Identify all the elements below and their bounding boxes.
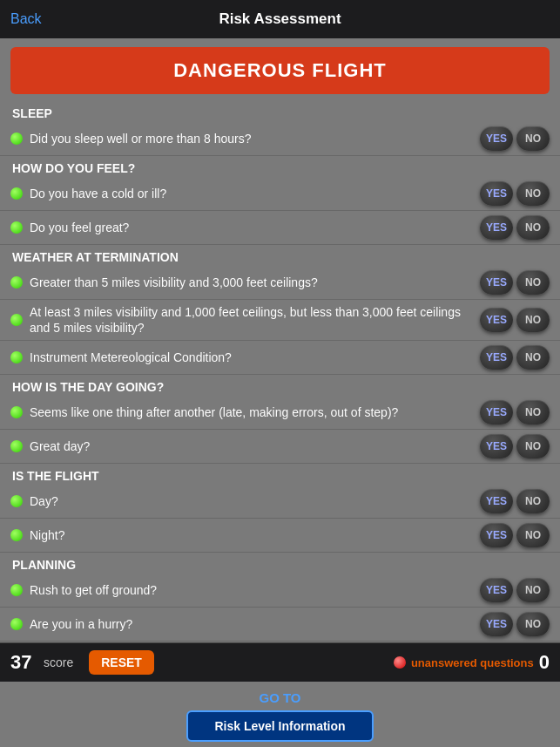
- yes-no-group: YESNO: [480, 434, 550, 458]
- danger-banner-text: DANGEROUS FLIGHT: [173, 59, 387, 81]
- yes-button[interactable]: YES: [480, 612, 513, 636]
- yes-no-group: YESNO: [480, 612, 550, 636]
- table-row: Rush to get off ground?YESNO: [0, 574, 560, 608]
- table-row: Are you in a hurry?YESNO: [0, 608, 560, 642]
- question-text: Do you feel great?: [30, 220, 473, 235]
- status-dot-icon: [10, 440, 23, 452]
- unanswered-group: unanswered questions 0: [394, 651, 550, 674]
- yes-button[interactable]: YES: [480, 126, 513, 151]
- no-button[interactable]: NO: [516, 308, 550, 332]
- score-label: score: [44, 655, 73, 669]
- table-row: Did you sleep well or more than 8 hours?…: [0, 122, 560, 156]
- yes-button[interactable]: YES: [480, 400, 513, 424]
- yes-no-group: YESNO: [480, 181, 550, 206]
- unanswered-label: unanswered questions: [411, 656, 534, 669]
- yes-button[interactable]: YES: [480, 181, 513, 206]
- score-bar: 37 score RESET unanswered questions 0: [0, 642, 560, 682]
- yes-button[interactable]: YES: [480, 578, 513, 602]
- no-button[interactable]: NO: [516, 400, 550, 424]
- no-button[interactable]: NO: [516, 612, 550, 636]
- section-header-day: HOW IS THE DAY GOING?: [0, 375, 560, 396]
- yes-button[interactable]: YES: [480, 270, 513, 295]
- table-row: Instrument Metereological Condition?YESN…: [0, 341, 560, 375]
- no-button[interactable]: NO: [516, 126, 550, 151]
- danger-banner: DANGEROUS FLIGHT: [10, 47, 550, 94]
- table-row: Do you have a cold or ill?YESNO: [0, 177, 560, 211]
- no-button[interactable]: NO: [516, 215, 550, 240]
- yes-button[interactable]: YES: [480, 215, 513, 240]
- no-button[interactable]: NO: [516, 181, 550, 206]
- section-header-weather: WEATHER AT TERMINATION: [0, 245, 560, 266]
- question-text: Great day?: [30, 438, 473, 454]
- table-row: Do you feel great?YESNO: [0, 211, 560, 245]
- status-dot-icon: [10, 314, 23, 326]
- yes-no-group: YESNO: [480, 489, 550, 513]
- yes-no-group: YESNO: [480, 523, 550, 547]
- table-row: Great day?YESNO: [0, 430, 560, 464]
- reset-button[interactable]: RESET: [89, 650, 154, 675]
- question-text: Are you in a hurry?: [30, 616, 473, 632]
- yes-button[interactable]: YES: [480, 434, 513, 458]
- status-dot-icon: [10, 221, 23, 234]
- status-dot-icon: [10, 529, 23, 541]
- yes-button[interactable]: YES: [480, 523, 513, 547]
- table-row: At least 3 miles visibility and 1,000 fe…: [0, 300, 560, 341]
- question-text: Rush to get off ground?: [30, 582, 473, 598]
- yes-no-group: YESNO: [480, 215, 550, 240]
- no-button[interactable]: NO: [516, 270, 550, 295]
- status-dot-icon: [10, 495, 23, 507]
- section-header-feel: HOW DO YOU FEEL?: [0, 156, 560, 177]
- no-button[interactable]: NO: [516, 523, 550, 547]
- table-row: Greater than 5 miles visibility and 3,00…: [0, 266, 560, 300]
- question-text: Greater than 5 miles visibility and 3,00…: [30, 275, 473, 290]
- status-dot-icon: [10, 187, 23, 200]
- question-text: Day?: [30, 493, 473, 509]
- yes-no-group: YESNO: [480, 308, 550, 332]
- page-title: Risk Assessment: [219, 10, 341, 28]
- question-text: At least 3 miles visibility and 1,000 fe…: [30, 304, 473, 336]
- status-dot-icon: [10, 618, 23, 630]
- yes-button[interactable]: YES: [480, 345, 513, 370]
- risk-level-button[interactable]: Risk Level Information: [186, 710, 373, 742]
- yes-no-group: YESNO: [480, 400, 550, 424]
- status-dot-icon: [10, 132, 23, 145]
- question-text: Seems like one thing after another (late…: [30, 404, 473, 420]
- unanswered-dot-icon: [394, 656, 406, 669]
- score-value: 37: [10, 651, 37, 674]
- content-area: DANGEROUS FLIGHT SLEEPDid you sleep well…: [0, 38, 560, 642]
- question-text: Did you sleep well or more than 8 hours?: [30, 131, 473, 146]
- goto-area: GO TO Risk Level Information: [0, 682, 560, 747]
- yes-no-group: YESNO: [480, 578, 550, 602]
- status-dot-icon: [10, 276, 23, 289]
- status-dot-icon: [10, 406, 23, 418]
- question-text: Do you have a cold or ill?: [30, 186, 473, 201]
- unanswered-count: 0: [539, 651, 550, 674]
- app-header: Back Risk Assessment: [0, 0, 560, 38]
- yes-no-group: YESNO: [480, 345, 550, 370]
- section-header-flight: IS THE FLIGHT: [0, 464, 560, 485]
- section-header-planning: PLANNING: [0, 553, 560, 574]
- table-row: Day?YESNO: [0, 485, 560, 519]
- no-button[interactable]: NO: [516, 345, 550, 370]
- table-row: Night?YESNO: [0, 519, 560, 553]
- yes-button[interactable]: YES: [480, 308, 513, 332]
- table-row: Seems like one thing after another (late…: [0, 396, 560, 430]
- section-header-sleep: SLEEP: [0, 101, 560, 122]
- back-button[interactable]: Back: [10, 11, 42, 27]
- question-text: Instrument Metereological Condition?: [30, 350, 473, 365]
- status-dot-icon: [10, 351, 23, 363]
- no-button[interactable]: NO: [516, 434, 550, 458]
- yes-button[interactable]: YES: [480, 489, 513, 513]
- questions-container: SLEEPDid you sleep well or more than 8 h…: [0, 101, 560, 642]
- no-button[interactable]: NO: [516, 489, 550, 513]
- status-dot-icon: [10, 584, 23, 596]
- yes-no-group: YESNO: [480, 270, 550, 295]
- yes-no-group: YESNO: [480, 126, 550, 151]
- goto-link[interactable]: GO TO: [259, 690, 300, 705]
- no-button[interactable]: NO: [516, 578, 550, 602]
- question-text: Night?: [30, 527, 473, 543]
